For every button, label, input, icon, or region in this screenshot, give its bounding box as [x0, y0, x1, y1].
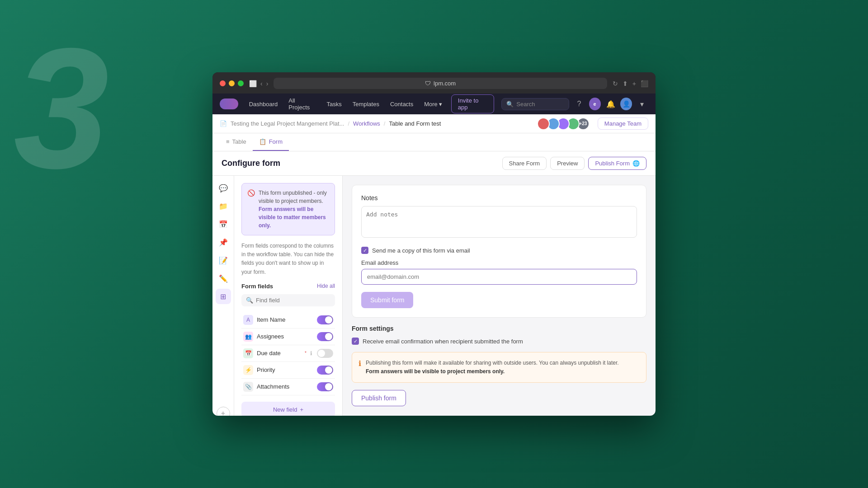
nav-dashboard[interactable]: Dashboard — [245, 99, 282, 109]
breadcrumb-sep-1: / — [348, 120, 349, 127]
share-form-button[interactable]: Share Form — [502, 157, 547, 170]
traffic-light-minimize[interactable] — [229, 80, 235, 86]
email-copy-checkbox[interactable]: ✓ — [361, 247, 368, 254]
nav-all-projects[interactable]: All Projects — [285, 95, 319, 113]
field-icon-priority: ⚡ — [243, 365, 253, 375]
logo — [220, 99, 238, 109]
account-chevron[interactable]: ▾ — [636, 97, 648, 111]
preview-button[interactable]: Preview — [550, 157, 585, 170]
two-panel-layout: 💬 📁 📅 📌 📝 ✏️ ⊞ + 🚫 This form unpublished… — [212, 176, 656, 416]
background-number: 3 — [14, 23, 109, 194]
sidebar-folder-icon[interactable]: 📁 — [216, 198, 231, 214]
notifications-button[interactable]: 🔔 — [604, 97, 617, 111]
sidebar-table-icon[interactable]: ⊞ — [216, 289, 231, 304]
sidebar-note-icon[interactable]: 📝 — [216, 253, 231, 268]
configure-form-title: Configure form — [222, 159, 499, 168]
tabs-icon[interactable]: ⬛ — [641, 80, 648, 87]
field-icon-attachments: 📎 — [243, 382, 253, 392]
receive-email-checkbox[interactable]: ✓ — [352, 338, 359, 345]
nav-more[interactable]: More ▾ — [420, 99, 446, 109]
email-copy-label: Send me a copy of this form via email — [372, 247, 470, 254]
traffic-light-close[interactable] — [220, 80, 226, 86]
search-bar[interactable]: 🔍 Search — [501, 98, 569, 110]
field-search-input[interactable] — [256, 297, 330, 304]
search-icon: 🔍 — [506, 101, 514, 108]
sidebar-chat-icon[interactable]: 💬 — [216, 180, 231, 196]
unpublished-notice: 🚫 This form unpublished - only visible t… — [241, 183, 335, 235]
team-avatars: +23 — [540, 117, 590, 130]
address-bar[interactable]: 🛡 lpm.com — [274, 78, 607, 89]
share-icon[interactable]: ⬆ — [623, 80, 628, 87]
invite-to-app-button[interactable]: Invite to app — [451, 94, 495, 113]
publish-notice: ℹ Publishing this form will make it avai… — [352, 352, 646, 383]
publish-form-label: Publish Form — [595, 160, 630, 167]
publish-icon: 🌐 — [632, 160, 640, 167]
sidebar-icons: 💬 📁 📅 📌 📝 ✏️ ⊞ + — [212, 176, 234, 416]
notice-main: This form unpublished - only visible to … — [259, 190, 327, 204]
fields-description: Form fields correspond to the columns in… — [241, 242, 335, 277]
field-assignees: 👥 Assignees — [241, 328, 335, 345]
browser-nav-icons: ⬜ ‹ › — [249, 80, 268, 87]
nav-contacts[interactable]: Contacts — [387, 99, 417, 109]
breadcrumb-workflows[interactable]: Workflows — [353, 120, 380, 127]
breadcrumb-current: Table and Form test — [389, 120, 441, 127]
submit-form-button[interactable]: Submit form — [361, 292, 413, 308]
sidebar-pin-icon[interactable]: 📌 — [216, 235, 231, 250]
field-icon-item-name: A — [243, 315, 253, 325]
notes-textarea[interactable] — [361, 206, 637, 238]
browser-chrome: ⬜ ‹ › 🛡 lpm.com ↻ ⬆ + ⬛ — [212, 72, 656, 94]
publish-form-button[interactable]: Publish form — [352, 390, 406, 406]
field-info-icon-due-date: ℹ — [310, 350, 312, 357]
field-priority: ⚡ Priority — [241, 362, 335, 379]
email-copy-row: ✓ Send me a copy of this form via email — [361, 247, 637, 254]
publish-notice-text: Publishing this form will make it availa… — [366, 359, 619, 376]
field-label-assignees: Assignees — [257, 333, 313, 340]
forward-icon[interactable]: › — [266, 80, 269, 87]
tab-table-label: Table — [232, 138, 246, 145]
team-avatar-1 — [537, 117, 550, 130]
sidebar-calendar-icon[interactable]: 📅 — [216, 216, 231, 232]
field-toggle-assignees[interactable] — [317, 332, 333, 341]
refresh-icon[interactable]: ↻ — [613, 80, 618, 87]
field-toggle-priority[interactable] — [317, 366, 333, 375]
field-toggle-due-date[interactable] — [317, 349, 333, 358]
field-label-item-name: Item Name — [257, 316, 313, 323]
traffic-light-maximize[interactable] — [238, 80, 244, 86]
more-chevron-icon: ▾ — [439, 101, 442, 108]
publish-form-header-button[interactable]: Publish Form 🌐 — [588, 157, 646, 170]
new-field-label: New field — [273, 406, 297, 413]
new-tab-icon[interactable]: + — [632, 80, 636, 87]
sidebar-edit-icon[interactable]: ✏️ — [216, 271, 231, 286]
field-label-priority: Priority — [257, 366, 313, 373]
breadcrumb-project[interactable]: Testing the Legal Project Mangement Plat… — [231, 120, 344, 127]
notes-card: Notes ✓ Send me a copy of this form via … — [352, 185, 646, 318]
back-icon[interactable]: ‹ — [260, 80, 263, 87]
manage-team-button[interactable]: Manage Team — [598, 117, 648, 130]
field-label-attachments: Attachments — [257, 383, 313, 390]
lock-icon: 🛡 — [425, 80, 431, 87]
field-attachments: 📎 Attachments — [241, 379, 335, 395]
help-button[interactable]: ? — [573, 97, 585, 111]
field-toggle-attachments[interactable] — [317, 382, 333, 391]
sidebar-toggle-icon[interactable]: ⬜ — [249, 80, 257, 87]
user-avatar-e[interactable]: e — [589, 98, 601, 110]
nav-templates[interactable]: Templates — [349, 99, 383, 109]
breadcrumb-sep-2: / — [384, 120, 386, 127]
publish-notice-icon: ℹ — [359, 359, 361, 368]
receive-email-row: ✓ Receive email confirmation when recipi… — [352, 338, 646, 345]
right-panel: Notes ✓ Send me a copy of this form via … — [343, 176, 656, 416]
sidebar-add-icon[interactable]: + — [217, 407, 230, 416]
tab-bar: ≡ Table 📋 Form — [212, 133, 656, 151]
user-avatar-main[interactable]: 👤 — [620, 98, 632, 110]
field-toggle-item-name[interactable] — [317, 315, 333, 324]
tab-table[interactable]: ≡ Table — [220, 133, 253, 151]
email-input[interactable] — [361, 269, 637, 285]
field-search[interactable]: 🔍 — [241, 294, 335, 306]
form-icon: 📋 — [259, 138, 266, 145]
hide-all-button[interactable]: Hide all — [317, 283, 335, 289]
tab-form[interactable]: 📋 Form — [253, 133, 289, 151]
new-field-button[interactable]: New field + — [241, 402, 335, 416]
nav-tasks[interactable]: Tasks — [323, 99, 345, 109]
breadcrumb-icon: 📄 — [220, 120, 227, 127]
configure-header: Configure form Share Form Preview Publis… — [212, 151, 656, 176]
